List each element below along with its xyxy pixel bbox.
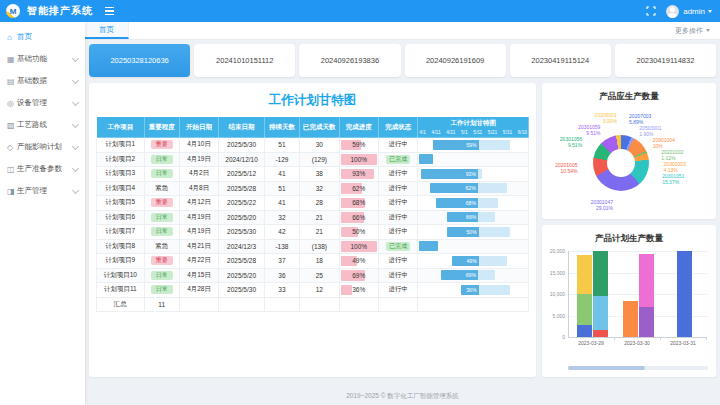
completed-days-cell: 32 bbox=[300, 181, 339, 196]
progress-cell: 93% bbox=[339, 167, 378, 182]
donut-label-value: 9.51% bbox=[578, 131, 600, 137]
progress-cell: 36% bbox=[339, 283, 378, 298]
donut-hole bbox=[607, 149, 635, 177]
gantt-table-body: 计划项目1重要4月10日2025/5/30513059%进行中59%计划项目2日… bbox=[97, 138, 529, 312]
axis-tick-label: 4/21 bbox=[446, 130, 455, 135]
sidebar-item-4[interactable]: ▧工艺路线 bbox=[0, 114, 85, 136]
stacked-bar bbox=[639, 254, 654, 337]
date-tab-0[interactable]: 20250328120636 bbox=[89, 44, 190, 77]
importance-badge: 日常 bbox=[151, 285, 173, 294]
end-date-cell: 2024/12/10 bbox=[219, 152, 265, 167]
gantt-bar-cell: 62% bbox=[418, 181, 529, 196]
sidebar-item-1[interactable]: ▦基础功能 bbox=[0, 48, 85, 70]
importance-cell: 紧急 bbox=[144, 181, 179, 196]
duration-cell: -129 bbox=[264, 152, 299, 167]
bar-segment bbox=[677, 251, 692, 337]
gantt-bar-label: 49% bbox=[466, 258, 478, 264]
column-header: 工作计划甘特图4/14/114/215/15/115/215/316/10 bbox=[418, 117, 529, 138]
date-tab-4[interactable]: 20230419115124 bbox=[510, 44, 611, 77]
column-header: 开始日期 bbox=[179, 117, 218, 138]
chevron-down-icon bbox=[72, 98, 79, 105]
bar-segment bbox=[623, 301, 638, 337]
duration-cell: 41 bbox=[264, 196, 299, 211]
axis-tick-label: 4/1 bbox=[419, 130, 426, 135]
summary-empty-cell bbox=[264, 297, 299, 312]
app-logo: M bbox=[6, 4, 20, 18]
status-cell: 进行中 bbox=[378, 181, 417, 196]
date-tab-2[interactable]: 20240926193836 bbox=[299, 44, 400, 77]
status-cell: 已完成 bbox=[378, 239, 417, 254]
summary-empty-cell bbox=[179, 297, 218, 312]
duration-cell: 42 bbox=[264, 225, 299, 240]
end-date-cell: 2025/5/30 bbox=[219, 225, 265, 240]
bar-segment bbox=[577, 294, 592, 325]
gantt-bar-completed: 93% bbox=[421, 169, 478, 179]
gantt-bar: 59% bbox=[433, 140, 510, 150]
x-axis-label: 2023-03-30 bbox=[614, 340, 660, 346]
gantt-bar bbox=[419, 154, 433, 164]
date-tab-5[interactable]: 20230419114832 bbox=[615, 44, 716, 77]
sidebar-item-3[interactable]: ◎设备管理 bbox=[0, 92, 85, 114]
sidebar-item-7[interactable]: ◨生产管理 bbox=[0, 180, 85, 202]
chart-scrollbar-track bbox=[568, 366, 708, 370]
status-cell: 进行中 bbox=[378, 167, 417, 182]
top-bar: M 智能排产系统 admin bbox=[0, 0, 720, 22]
gantt-bar-label: 36% bbox=[466, 287, 478, 293]
gantt-bar-completed: 59% bbox=[433, 140, 478, 150]
duration-cell: 51 bbox=[264, 181, 299, 196]
gantt-bar-cell: 36% bbox=[418, 283, 529, 298]
date-tab-1[interactable]: 20241010151112 bbox=[194, 44, 295, 77]
donut-label: 2030105115.37% bbox=[662, 174, 684, 186]
chart-scrollbar-thumb[interactable] bbox=[568, 366, 645, 370]
username[interactable]: admin bbox=[683, 7, 705, 16]
donut-label: 202070035.89% bbox=[629, 114, 651, 126]
user-avatar[interactable] bbox=[666, 5, 679, 18]
start-date-cell: 4月15日 bbox=[179, 268, 218, 283]
device-icon: ◎ bbox=[7, 99, 17, 108]
sidebar-item-home[interactable]: ⌂首页 bbox=[0, 26, 85, 48]
end-date-cell: 2024/12/3 bbox=[219, 239, 265, 254]
work-item-cell: 计划项目6 bbox=[97, 210, 145, 225]
more-operations-label: 更多操作 bbox=[675, 26, 703, 36]
sidebar-item-5[interactable]: ◇产能影响计划 bbox=[0, 136, 85, 158]
gantt-row: 计划项目5重要4月12日2025/5/22412868%进行中68% bbox=[97, 196, 529, 211]
status-badge: 已完成 bbox=[386, 155, 410, 164]
completed-days-cell: 21 bbox=[300, 210, 339, 225]
gantt-bar: 69% bbox=[441, 270, 495, 280]
hamburger-menu-icon[interactable] bbox=[105, 7, 114, 16]
tab-home[interactable]: 首页 bbox=[85, 22, 129, 39]
completed-days-cell: (138) bbox=[300, 239, 339, 254]
sidebar-item-2[interactable]: ▤基础数据 bbox=[0, 70, 85, 92]
start-date-cell: 4月22日 bbox=[179, 254, 218, 269]
end-date-cell: 2025/5/28 bbox=[219, 181, 265, 196]
end-date-cell: 2025/5/20 bbox=[219, 268, 265, 283]
gantt-bar-cell: 59% bbox=[418, 138, 529, 153]
column-header: 完成状态 bbox=[378, 117, 417, 138]
work-item-cell: 计划项目8 bbox=[97, 239, 145, 254]
date-tab-3[interactable]: 20240926191609 bbox=[405, 44, 506, 77]
end-date-cell: 2025/5/28 bbox=[219, 254, 265, 269]
bar-segment bbox=[639, 254, 654, 307]
chevron-down-icon bbox=[72, 54, 79, 61]
sidebar-item-6[interactable]: ◫生产准备参数 bbox=[0, 158, 85, 180]
progress-databar bbox=[341, 285, 353, 296]
status-cell: 已完成 bbox=[378, 152, 417, 167]
sidebar: ⌂首页▦基础功能▤基础数据◎设备管理▧工艺路线◇产能影响计划◫生产准备参数◨生产… bbox=[0, 22, 85, 405]
importance-badge: 日常 bbox=[151, 169, 173, 178]
fullscreen-icon[interactable] bbox=[646, 6, 656, 16]
gantt-bar-completed: 36% bbox=[461, 285, 479, 295]
gantt-bar-cell: 69% bbox=[418, 268, 529, 283]
gantt-axis-title: 工作计划甘特图 bbox=[419, 119, 527, 128]
more-operations-dropdown[interactable]: 更多操作 bbox=[665, 22, 720, 39]
axis-tick-label: 4/11 bbox=[432, 130, 441, 135]
bar-segment bbox=[593, 296, 608, 330]
gantt-bar-cell: 66% bbox=[418, 210, 529, 225]
axis-tick-label: 5/11 bbox=[473, 130, 482, 135]
gantt-title: 工作计划甘特图 bbox=[96, 92, 529, 109]
gantt-header-row: 工作项目重要程度开始日期结束日期持续天数已完成天数完成进度完成状态工作计划甘特图… bbox=[97, 117, 529, 138]
gantt-row: 计划项目7日常4月19日2025/5/30422150%进行中50% bbox=[97, 225, 529, 240]
gantt-bar-completed: 62% bbox=[430, 183, 478, 193]
start-date-cell: 4月10日 bbox=[179, 138, 218, 153]
duration-cell: 36 bbox=[264, 268, 299, 283]
start-date-cell: 4月2日 bbox=[179, 167, 218, 182]
